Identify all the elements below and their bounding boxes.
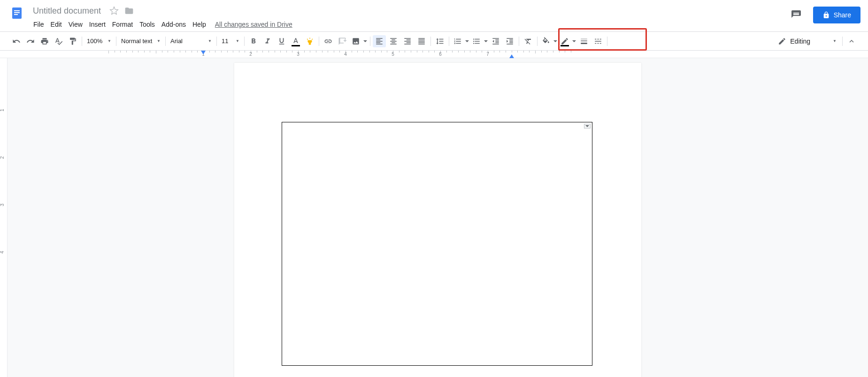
svg-rect-1 <box>14 10 20 11</box>
svg-rect-3 <box>14 14 18 15</box>
numbered-list-dropdown[interactable] <box>464 35 470 47</box>
menu-addons[interactable]: Add-ons <box>158 19 189 30</box>
decrease-indent-button[interactable] <box>489 35 502 47</box>
caret-down-icon: ▼ <box>833 39 837 43</box>
image-icon <box>352 37 360 45</box>
zoom-select[interactable]: 100%▼ <box>84 35 114 47</box>
align-left-button[interactable] <box>373 35 386 47</box>
title-row: Untitled document <box>30 4 787 18</box>
menu-format[interactable]: Format <box>109 19 136 30</box>
align-left-icon <box>375 37 384 45</box>
bulleted-list-dropdown[interactable] <box>483 35 489 47</box>
underline-icon <box>277 37 286 45</box>
caret-down-icon <box>484 39 488 43</box>
spellcheck-icon <box>54 37 63 45</box>
vertical-ruler[interactable]: 1234 <box>0 58 8 377</box>
cell-fill-combo <box>539 35 558 47</box>
line-spacing-button[interactable] <box>433 35 446 47</box>
clear-format-icon <box>524 37 532 45</box>
bulleted-list-icon <box>472 37 481 45</box>
border-dash-icon <box>594 37 602 45</box>
increase-indent-icon <box>506 37 514 45</box>
horizontal-ruler[interactable]: 1234567 <box>0 51 868 58</box>
bold-button[interactable] <box>247 35 260 47</box>
menu-help[interactable]: Help <box>189 19 209 30</box>
redo-button[interactable] <box>24 35 37 47</box>
text-color-button[interactable] <box>289 35 302 47</box>
font-size-select[interactable]: 11▼ <box>219 35 242 47</box>
mode-select[interactable]: Editing ▼ <box>774 35 840 48</box>
docs-logo[interactable] <box>8 4 26 23</box>
separator <box>449 37 449 46</box>
numbered-list-icon <box>453 37 462 45</box>
bulleted-list-button[interactable] <box>470 35 483 47</box>
align-justify-button[interactable] <box>415 35 428 47</box>
increase-indent-button[interactable] <box>503 35 516 47</box>
highlight-color-button[interactable] <box>303 35 316 47</box>
star-icon[interactable] <box>109 6 119 15</box>
border-color-button[interactable] <box>558 35 571 47</box>
insert-image-dropdown[interactable] <box>362 35 368 47</box>
separator <box>519 37 519 46</box>
border-dash-button[interactable] <box>591 35 605 47</box>
font-select[interactable]: Arial▼ <box>168 35 215 47</box>
print-icon <box>40 37 49 45</box>
document-title[interactable]: Untitled document <box>30 5 104 17</box>
table-cell[interactable] <box>282 122 592 366</box>
align-right-icon <box>403 37 412 45</box>
paint-roller-icon <box>69 37 77 45</box>
paint-format-button[interactable] <box>66 35 79 47</box>
open-comments-button[interactable] <box>787 6 806 24</box>
share-label: Share <box>834 11 851 19</box>
cell-fill-button[interactable] <box>539 35 553 47</box>
align-center-button[interactable] <box>387 35 400 47</box>
menu-view[interactable]: View <box>65 19 86 30</box>
clear-formatting-button[interactable] <box>522 35 535 47</box>
separator <box>430 37 431 46</box>
insert-image-combo <box>349 35 368 47</box>
insert-link-button[interactable] <box>322 35 335 47</box>
svg-rect-2 <box>14 12 20 13</box>
save-status[interactable]: All changes saved in Drive <box>215 21 292 28</box>
caret-down-icon <box>465 39 469 43</box>
caret-down-icon <box>553 39 557 43</box>
menu-insert[interactable]: Insert <box>86 19 109 30</box>
numbered-list-button[interactable] <box>451 35 464 47</box>
separator <box>607 37 607 46</box>
mode-label: Editing <box>790 38 810 45</box>
separator <box>82 37 82 46</box>
separator <box>842 37 843 46</box>
font-value: Arial <box>170 38 183 45</box>
underline-button[interactable] <box>275 35 288 47</box>
undo-button[interactable] <box>10 35 23 47</box>
menu-edit[interactable]: Edit <box>47 19 65 30</box>
hide-menus-button[interactable] <box>845 35 858 47</box>
separator <box>165 37 166 46</box>
move-to-folder-icon[interactable] <box>124 6 134 15</box>
border-width-button[interactable] <box>577 35 591 47</box>
toolbar: 100%▼ Normal text▼ Arial▼ 11▼ <box>0 32 868 51</box>
border-color-dropdown[interactable] <box>571 35 577 47</box>
caret-down-icon: ▼ <box>108 39 111 43</box>
document-canvas[interactable] <box>8 58 868 377</box>
share-button[interactable]: Share <box>813 7 860 23</box>
spellcheck-button[interactable] <box>52 35 65 47</box>
page[interactable] <box>234 63 641 377</box>
styles-select[interactable]: Normal text▼ <box>118 35 163 47</box>
menu-tools[interactable]: Tools <box>136 19 158 30</box>
insert-image-button[interactable] <box>349 35 362 47</box>
style-value: Normal text <box>121 38 152 45</box>
italic-button[interactable] <box>261 35 274 47</box>
print-button[interactable] <box>38 35 51 47</box>
table-menu-button[interactable] <box>584 124 591 128</box>
workspace: 1234 <box>0 58 868 377</box>
align-justify-icon <box>417 37 426 45</box>
add-comment-button[interactable] <box>336 35 349 47</box>
chevron-up-icon <box>847 37 856 45</box>
cell-fill-dropdown[interactable] <box>553 35 558 47</box>
align-right-button[interactable] <box>401 35 414 47</box>
numbered-list-combo <box>451 35 470 47</box>
menu-file[interactable]: File <box>30 19 47 30</box>
align-center-icon <box>389 37 398 45</box>
pencil-icon <box>778 37 786 45</box>
